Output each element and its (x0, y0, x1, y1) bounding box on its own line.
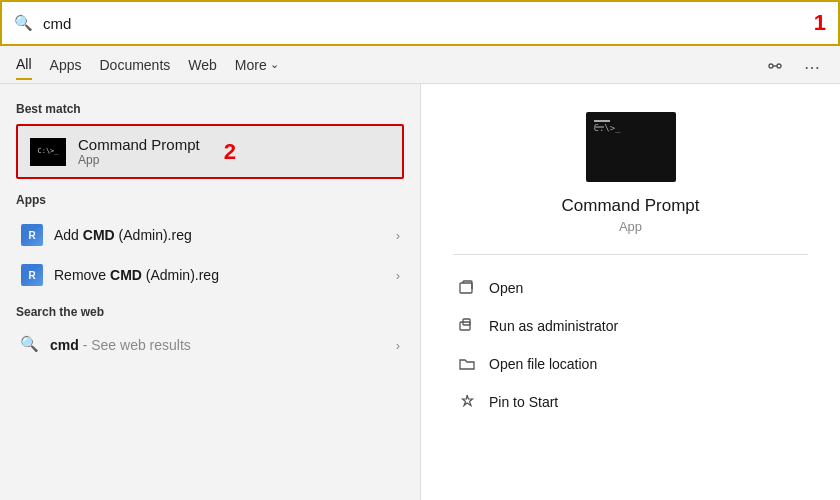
app-item-2-text: Remove CMD (Admin).reg (54, 267, 386, 283)
tab-web[interactable]: Web (188, 57, 217, 79)
web-item-text: cmd - See web results (50, 337, 386, 353)
feedback-icon[interactable] (762, 53, 788, 83)
action-open-label: Open (489, 280, 523, 296)
step1-badge: 1 (814, 10, 826, 36)
best-match-item[interactable]: C:\>_ Command Prompt App 2 (16, 124, 404, 179)
apps-section-title: Apps (16, 193, 404, 207)
action-pin-to-start-label: Pin to Start (489, 394, 558, 410)
tabs-bar: All Apps Documents Web More ⌄ ⋯ (0, 46, 840, 84)
search-icon: 🔍 (14, 14, 33, 32)
best-match-type: App (78, 153, 200, 167)
list-item[interactable]: R Remove CMD (Admin).reg › (16, 255, 404, 295)
cmd-app-icon: C:\>_ (30, 138, 66, 166)
chevron-right-icon-3: › (396, 338, 400, 353)
tab-apps[interactable]: Apps (50, 57, 82, 79)
tabs-right-icons: ⋯ (762, 53, 824, 83)
reg-file-icon-2: R (20, 263, 44, 287)
tab-documents[interactable]: Documents (99, 57, 170, 79)
folder-icon (457, 354, 477, 374)
detail-cmd-icon: C:\>_ (586, 112, 676, 182)
left-panel: Best match C:\>_ Command Prompt App 2 Ap… (0, 84, 420, 500)
best-match-text: Command Prompt App (78, 136, 200, 167)
step2-badge: 2 (224, 139, 236, 165)
right-panel: C:\>_ Command Prompt App Open (420, 84, 840, 500)
reg-file-icon-1: R (20, 223, 44, 247)
svg-point-1 (777, 64, 781, 68)
search-bar: 🔍 1 (0, 0, 840, 46)
svg-rect-4 (460, 322, 470, 330)
apps-section: Apps R Add CMD (Admin).reg › R Remove CM… (16, 193, 404, 295)
best-match-name: Command Prompt (78, 136, 200, 153)
chevron-right-icon-2: › (396, 268, 400, 283)
detail-app-type: App (619, 219, 642, 234)
detail-app-name: Command Prompt (562, 196, 700, 216)
chevron-down-icon: ⌄ (270, 58, 279, 71)
list-item[interactable]: R Add CMD (Admin).reg › (16, 215, 404, 255)
svg-point-0 (769, 64, 773, 68)
search-web-section: Search the web 🔍 cmd - See web results › (16, 305, 404, 363)
open-icon (457, 278, 477, 298)
action-open[interactable]: Open (453, 269, 808, 307)
action-open-file-location-label: Open file location (489, 356, 597, 372)
best-match-title: Best match (16, 102, 404, 116)
run-as-admin-icon (457, 316, 477, 336)
action-list: Open Run as administrator Open file (453, 269, 808, 421)
more-options-icon[interactable]: ⋯ (800, 54, 824, 81)
action-run-as-admin[interactable]: Run as administrator (453, 307, 808, 345)
action-open-file-location[interactable]: Open file location (453, 345, 808, 383)
svg-rect-3 (460, 283, 472, 293)
action-run-as-admin-label: Run as administrator (489, 318, 618, 334)
web-section-title: Search the web (16, 305, 404, 319)
tab-more[interactable]: More ⌄ (235, 57, 279, 79)
web-search-icon: 🔍 (20, 335, 40, 355)
tab-all[interactable]: All (16, 56, 32, 80)
search-input[interactable] (43, 15, 796, 32)
divider (453, 254, 808, 255)
pin-icon (457, 392, 477, 412)
app-item-1-text: Add CMD (Admin).reg (54, 227, 386, 243)
web-search-item[interactable]: 🔍 cmd - See web results › (16, 327, 404, 363)
action-pin-to-start[interactable]: Pin to Start (453, 383, 808, 421)
main-content: Best match C:\>_ Command Prompt App 2 Ap… (0, 84, 840, 500)
chevron-right-icon: › (396, 228, 400, 243)
